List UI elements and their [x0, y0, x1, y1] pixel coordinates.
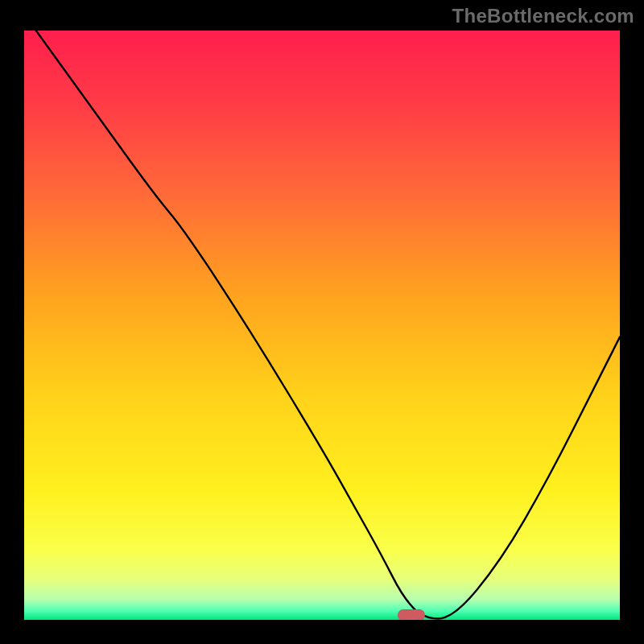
optimal-marker — [398, 609, 425, 620]
bottleneck-curve — [24, 31, 620, 620]
watermark-text: TheBottleneck.com — [452, 5, 634, 27]
plot-area — [24, 31, 620, 620]
chart-stage: TheBottleneck.com — [0, 0, 644, 644]
